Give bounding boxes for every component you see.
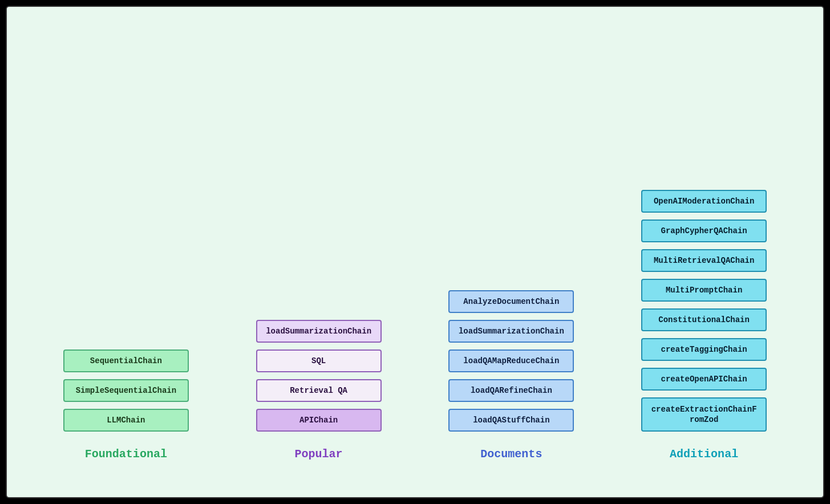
main-container: SequentialChain SimpleSequentialChain LL…: [6, 6, 824, 498]
column-additional: OpenAIModerationChain GraphCypherQAChain…: [638, 190, 770, 432]
node-sequentialchain: SequentialChain: [63, 349, 189, 372]
node-loadsummarizationchain-doc: loadSummarizationChain: [448, 320, 574, 343]
node-loadqarefinechain: loadQARefineChain: [448, 379, 574, 402]
label-foundational: Foundational: [60, 448, 192, 461]
label-documents: Documents: [446, 448, 577, 461]
node-apichain: APIChain: [256, 409, 382, 432]
diagram-area: SequentialChain SimpleSequentialChain LL…: [7, 7, 823, 497]
label-popular: Popular: [253, 448, 384, 461]
node-multipromptchain: MultiPromptChain: [641, 279, 767, 302]
node-loadsummarizationchain-popular: loadSummarizationChain: [256, 320, 382, 343]
column-popular: loadSummarizationChain SQL Retrieval QA …: [253, 204, 384, 432]
node-createtaggingchain: createTaggingChain: [641, 338, 767, 361]
node-graphcypherqachain: GraphCypherQAChain: [641, 220, 767, 242]
node-retrievalqa: Retrieval QA: [256, 379, 382, 402]
column-documents: AnalyzeDocumentChain loadSummarizationCh…: [446, 213, 577, 432]
category-labels: Foundational Popular Documents Additiona…: [30, 437, 800, 463]
node-openaimoderationchain: OpenAIModerationChain: [641, 190, 767, 213]
node-createopenapichain: createOpenAPIChain: [641, 368, 767, 391]
node-llmchain: LLMChain: [63, 409, 189, 432]
label-additional: Additional: [638, 448, 770, 461]
node-simplesequentialchain: SimpleSequentialChain: [63, 379, 189, 402]
columns: SequentialChain SimpleSequentialChain LL…: [30, 24, 800, 437]
node-loadqastuffchain: loadQAStuffChain: [448, 409, 574, 432]
node-loadqamapreducechain: loadQAMapReduceChain: [448, 349, 574, 372]
column-foundational: SequentialChain SimpleSequentialChain LL…: [60, 194, 192, 432]
node-analyzedocumentchain: AnalyzeDocumentChain: [448, 290, 574, 313]
node-multiretrievalqachain: MultiRetrievalQAChain: [641, 249, 767, 272]
node-constitutionalchain: ConstitutionalChain: [641, 308, 767, 331]
node-sql: SQL: [256, 349, 382, 372]
node-createextractionchainfromzod: createExtractionChainFromZod: [641, 397, 767, 432]
